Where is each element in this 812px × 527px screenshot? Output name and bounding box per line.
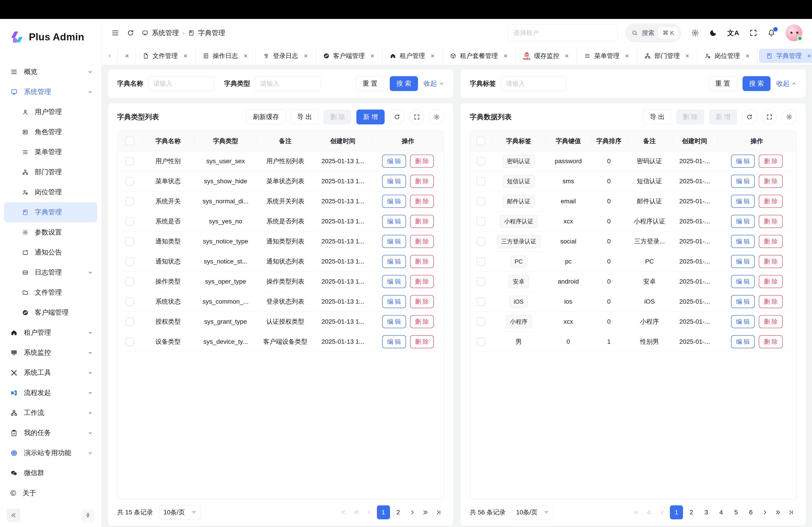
sidebar-item-process-start[interactable]: 流程发起 (0, 383, 102, 403)
table-refresh-button[interactable] (742, 109, 757, 124)
tab-menu-management[interactable]: 菜单管理 (577, 47, 637, 65)
row-checkbox[interactable] (477, 237, 485, 246)
edit-button[interactable]: 编 辑 (382, 295, 406, 308)
avatar[interactable] (785, 24, 802, 42)
row-checkbox[interactable] (126, 317, 134, 326)
delete-button[interactable]: 删 除 (759, 175, 783, 188)
close-icon[interactable] (430, 53, 435, 59)
sidebar-item-dict-management[interactable]: 字典管理 (4, 202, 98, 222)
dark-mode-button[interactable] (709, 29, 717, 37)
page-size-select[interactable]: 10条/页 (511, 505, 553, 520)
sidebar-item-tenant-management[interactable]: 租户管理 (0, 322, 102, 343)
dict-type-input[interactable] (255, 76, 320, 91)
sidebar-pin-button[interactable] (81, 509, 95, 522)
sidebar-item-dept-management[interactable]: 部门管理 (0, 162, 102, 182)
edit-button[interactable]: 编 辑 (731, 315, 755, 328)
breadcrumb-level2[interactable]: 字典管理 (198, 28, 225, 37)
sidebar-item-workflow[interactable]: 工作流 (0, 403, 102, 423)
edit-button[interactable]: 编 辑 (382, 315, 406, 328)
collapse-search-link[interactable]: 收起 (777, 79, 797, 88)
close-icon[interactable] (303, 53, 308, 59)
last-page-button[interactable] (433, 506, 444, 520)
sidebar-item-demo-features[interactable]: 演示站专用功能 (0, 443, 102, 463)
page-size-select[interactable]: 10条/页 (159, 505, 201, 520)
table-settings-button[interactable] (782, 109, 797, 124)
forward-five-pages-button[interactable] (420, 506, 431, 520)
delete-button[interactable]: 删 除 (759, 195, 783, 208)
sidebar-item-file-management[interactable]: 文件管理 (0, 283, 102, 302)
next-page-button[interactable] (407, 506, 418, 520)
sidebar-item-menu-management[interactable]: 菜单管理 (0, 142, 102, 162)
edit-button[interactable]: 编 辑 (731, 295, 755, 308)
sidebar-item-user-management[interactable]: 用户管理 (0, 102, 102, 122)
next-page-button[interactable] (759, 506, 770, 520)
tab-cache-monitor[interactable]: redis 缓存监控 (516, 47, 577, 65)
row-checkbox[interactable] (126, 157, 134, 165)
delete-button[interactable]: 删 除 (759, 215, 783, 228)
fullscreen-button[interactable] (749, 29, 757, 37)
sidebar-item-system-monitor[interactable]: 系统监控 (0, 343, 102, 363)
sidebar-item-param-settings[interactable]: 参数设置 (0, 222, 102, 242)
row-checkbox[interactable] (126, 237, 134, 246)
tab-tenant-package[interactable]: 租户套餐管理 (443, 47, 516, 65)
tenant-select[interactable]: 选择租户 (508, 24, 618, 42)
row-checkbox[interactable] (477, 277, 485, 286)
back-five-pages-button[interactable] (351, 506, 362, 520)
delete-button[interactable]: 删 除 (410, 315, 434, 328)
refresh-cache-button[interactable]: 刷新缓存 (246, 109, 286, 124)
tab-operation-log[interactable]: 操作日志 (195, 47, 256, 65)
row-checkbox[interactable] (126, 337, 134, 346)
close-icon[interactable] (183, 53, 188, 59)
edit-button[interactable]: 编 辑 (731, 335, 755, 348)
delete-button[interactable]: 删 除 (323, 109, 351, 124)
table-settings-button[interactable] (429, 109, 444, 124)
page-number-button[interactable]: 6 (744, 506, 757, 520)
delete-button[interactable]: 删 除 (410, 215, 434, 228)
add-button[interactable]: 新 增 (357, 109, 385, 124)
breadcrumb-level1[interactable]: 系统管理 (152, 28, 179, 37)
sidebar-item-system-tools[interactable]: 系统工具 (0, 363, 102, 383)
close-icon[interactable] (624, 53, 630, 59)
delete-button[interactable]: 删 除 (676, 109, 704, 124)
notifications-button[interactable] (767, 29, 775, 37)
row-checkbox[interactable] (477, 337, 485, 346)
row-checkbox[interactable] (477, 177, 485, 185)
delete-button[interactable]: 删 除 (410, 195, 434, 208)
row-checkbox[interactable] (477, 197, 485, 206)
sidebar-collapse-button[interactable] (7, 509, 20, 522)
edit-button[interactable]: 编 辑 (731, 155, 755, 168)
delete-button[interactable]: 删 除 (410, 175, 434, 188)
delete-button[interactable]: 删 除 (410, 295, 434, 308)
select-all-checkbox[interactable] (477, 137, 485, 146)
edit-button[interactable]: 编 辑 (382, 215, 406, 228)
tab-file-management[interactable]: 文件管理 (135, 47, 195, 65)
edit-button[interactable]: 编 辑 (382, 255, 406, 268)
search-button[interactable]: 搜 索 (742, 76, 770, 91)
reset-button[interactable]: 重 置 (709, 76, 737, 91)
close-icon[interactable] (806, 53, 812, 59)
sidebar-item-role-management[interactable]: 角色管理 (0, 122, 102, 142)
first-page-button[interactable] (338, 506, 349, 520)
row-checkbox[interactable] (477, 257, 485, 266)
prev-page-button[interactable] (364, 506, 375, 520)
delete-button[interactable]: 删 除 (759, 295, 783, 308)
row-checkbox[interactable] (126, 197, 134, 206)
page-number-button[interactable]: 2 (685, 506, 698, 520)
table-fullscreen-button[interactable] (409, 109, 424, 124)
tab-client-management[interactable]: 客户端管理 (316, 47, 382, 65)
close-icon[interactable] (684, 53, 690, 59)
first-page-button[interactable] (630, 506, 642, 520)
close-icon[interactable] (124, 53, 130, 59)
add-button[interactable]: 新 增 (709, 109, 737, 124)
page-number-button[interactable]: 1 (670, 506, 683, 520)
delete-button[interactable]: 删 除 (759, 155, 783, 168)
edit-button[interactable]: 编 辑 (382, 235, 406, 248)
edit-button[interactable]: 编 辑 (382, 155, 406, 168)
edit-button[interactable]: 编 辑 (382, 175, 406, 188)
delete-button[interactable]: 删 除 (759, 335, 783, 348)
delete-button[interactable]: 删 除 (759, 275, 783, 288)
row-checkbox[interactable] (477, 317, 485, 326)
row-checkbox[interactable] (126, 217, 134, 226)
row-checkbox[interactable] (477, 217, 485, 226)
sidebar-item-notice[interactable]: 通知公告 (0, 242, 102, 262)
